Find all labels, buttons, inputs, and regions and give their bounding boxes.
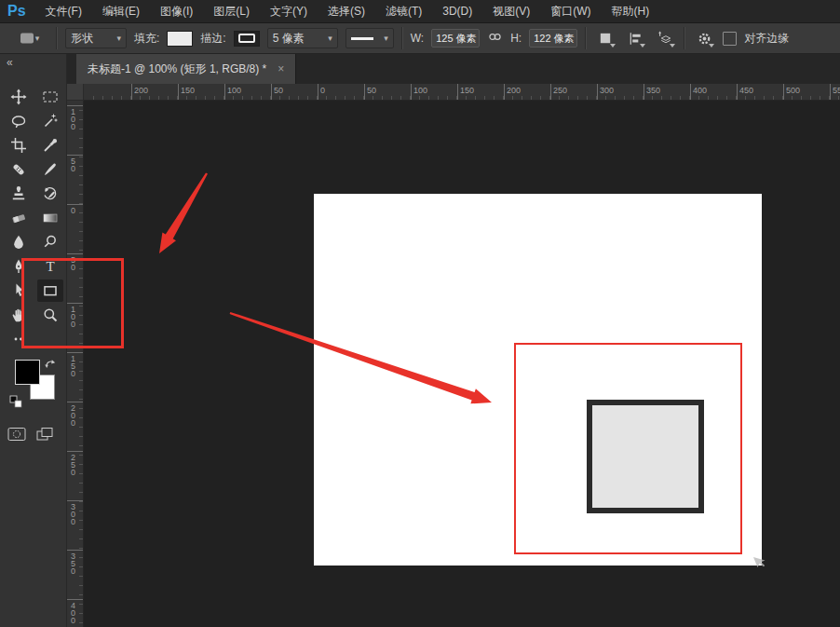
ruler-tick [680, 96, 681, 100]
ruler-tick [79, 371, 83, 372]
ruler-tick [79, 492, 83, 493]
menu-bar: Ps 文件(F)编辑(E)图像(I)图层(L)文字(Y)选择(S)滤镜(T)3D… [0, 0, 840, 23]
horizontal-ruler[interactable]: 2001501005005010015020025030035040045050… [84, 84, 840, 101]
ruler-tick [79, 455, 83, 456]
fill-color-swatch[interactable] [167, 31, 193, 47]
document-tab[interactable]: 未标题-1 @ 100% (矩形 1, RGB/8) * × [76, 54, 296, 84]
ruler-tick [279, 96, 280, 100]
tool-eraser[interactable] [6, 207, 32, 229]
tool-move[interactable] [6, 86, 32, 108]
tool-mode-select[interactable]: 形状 ▾ [65, 28, 127, 48]
tool-lasso[interactable] [6, 110, 32, 132]
shape-width-value: 125 像素 [436, 32, 476, 46]
stroke-label: 描边: [200, 31, 225, 47]
path-operations-button[interactable] [594, 27, 616, 49]
ruler-tick [289, 96, 290, 100]
collapse-panel-button[interactable]: « [7, 56, 13, 69]
v-ruler-label: 3 5 0 [71, 552, 75, 575]
brush-icon [42, 161, 59, 178]
ruler-tick [205, 96, 206, 100]
h-ruler-label: 150 [181, 86, 195, 95]
close-tab-icon[interactable]: × [278, 62, 284, 75]
ruler-tick-major [550, 84, 551, 101]
menu-select[interactable]: 选择(S) [318, 0, 375, 22]
menu-edit[interactable]: 编辑(E) [92, 0, 150, 22]
ruler-tick-major [67, 352, 83, 353]
quick-mask-icon [7, 427, 26, 442]
tool-history-brush[interactable] [37, 183, 63, 205]
screen-mode-button[interactable] [35, 427, 54, 445]
h-ruler-label: 550 [833, 86, 840, 95]
menu-help[interactable]: 帮助(H) [602, 0, 660, 22]
default-colors-button[interactable] [9, 392, 24, 413]
chevron-down-icon: ▾ [35, 34, 40, 43]
ruler-tick-major [597, 84, 598, 101]
ruler-tick [79, 110, 83, 111]
shape-height-value: 122 像素 [534, 32, 574, 46]
tool-blur[interactable] [6, 231, 32, 253]
menu-items: 文件(F)编辑(E)图像(I)图层(L)文字(Y)选择(S)滤镜(T)3D(D)… [35, 0, 660, 22]
path-arrangement-button[interactable] [654, 27, 676, 49]
quick-selection-icon [42, 113, 59, 129]
photoshop-logo[interactable]: Ps [7, 3, 26, 20]
tool-eyedropper[interactable] [37, 134, 63, 157]
link-dimensions-icon[interactable] [487, 29, 503, 48]
h-ruler-label: 50 [367, 86, 376, 95]
shape-width-input[interactable]: 125 像素 [431, 29, 480, 48]
menu-window[interactable]: 窗口(W) [540, 0, 601, 22]
tool-preset-picker[interactable]: ▾ [9, 27, 48, 49]
tool-spot-healing[interactable] [6, 158, 32, 181]
stroke-width-select[interactable]: 5 像素 ▾ [267, 28, 338, 48]
ruler-origin-box[interactable] [67, 84, 84, 101]
ruler-tick [298, 96, 299, 100]
shape-height-input[interactable]: 122 像素 [529, 29, 577, 48]
h-ruler-label: 200 [507, 86, 521, 95]
tool-brush[interactable] [37, 158, 63, 181]
menu-file[interactable]: 文件(F) [35, 0, 92, 22]
ruler-tick [79, 613, 83, 614]
ruler-tick [447, 96, 448, 100]
chevron-down-icon: ▾ [116, 34, 121, 43]
ruler-tick-major [271, 84, 272, 101]
menu-image[interactable]: 图像(I) [150, 0, 203, 22]
align-edges-checkbox[interactable] [723, 32, 737, 46]
h-ruler-label: 100 [413, 86, 427, 95]
menu-filter[interactable]: 滤镜(T) [375, 0, 432, 22]
stroke-color-swatch[interactable] [234, 31, 260, 47]
ruler-tick [79, 483, 83, 484]
v-ruler-label: 2 5 0 [71, 454, 75, 476]
tool-rectangular-marquee[interactable] [37, 86, 63, 108]
tool-clone-stamp[interactable] [6, 183, 32, 205]
swap-colors-button[interactable] [44, 356, 57, 373]
menu-3d[interactable]: 3D(D) [432, 0, 482, 22]
menu-view[interactable]: 视图(V) [482, 0, 540, 22]
ruler-tick [79, 240, 83, 241]
ruler-tick [79, 147, 83, 148]
ruler-tick [79, 380, 83, 381]
menu-layer[interactable]: 图层(L) [203, 0, 260, 22]
ruler-tick-major [67, 550, 83, 551]
quick-mask-button[interactable] [7, 427, 26, 445]
tool-crop[interactable] [6, 134, 32, 157]
stroke-type-select[interactable]: ▾ [345, 28, 394, 48]
separator [401, 27, 403, 49]
align-edges-label: 对齐边缘 [744, 31, 789, 47]
ruler-tick [466, 96, 467, 100]
ruler-tick-major [504, 84, 505, 101]
ruler-tick [382, 96, 383, 100]
ruler-tick [373, 96, 373, 100]
separator [684, 27, 685, 49]
h-ruler-label: 100 [227, 86, 241, 95]
eraser-icon [10, 210, 27, 226]
ruler-tick [624, 96, 625, 100]
foreground-color-swatch[interactable] [15, 360, 40, 385]
tool-dodge[interactable] [37, 231, 63, 253]
menu-type[interactable]: 文字(Y) [260, 0, 318, 22]
tool-quick-selection[interactable] [37, 110, 63, 132]
ruler-tick [112, 96, 113, 100]
vertical-ruler[interactable]: 1 0 05 005 01 0 01 5 02 0 02 5 03 0 03 5… [67, 101, 84, 627]
path-alignment-button[interactable] [624, 27, 646, 49]
tool-gradient[interactable] [37, 207, 63, 229]
solid-line-icon [351, 37, 373, 40]
geometry-options-button[interactable] [693, 27, 715, 49]
